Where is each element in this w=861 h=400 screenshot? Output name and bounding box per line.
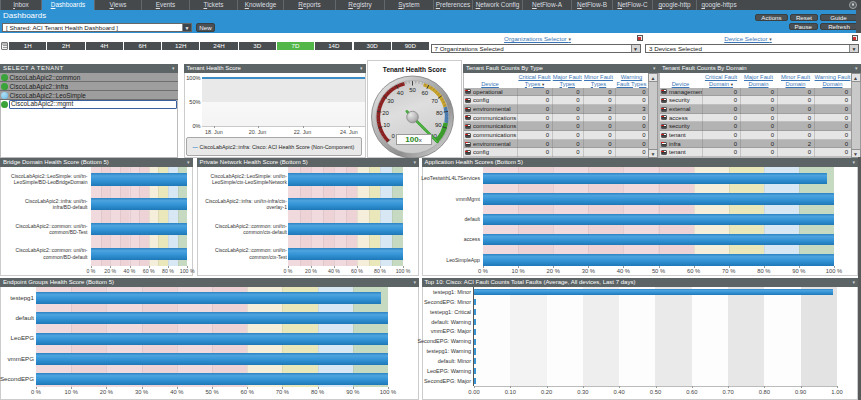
svg-text:70: 70 — [431, 98, 438, 104]
svg-text:10: 10 — [383, 122, 390, 128]
svg-text:30: 30 — [387, 98, 394, 104]
svg-text:20: 20 — [382, 110, 389, 116]
svg-text:90: 90 — [435, 122, 442, 128]
svg-text:80: 80 — [436, 110, 443, 116]
svg-text:60: 60 — [422, 90, 429, 96]
svg-text:50: 50 — [409, 87, 416, 93]
svg-text:40: 40 — [397, 90, 404, 96]
